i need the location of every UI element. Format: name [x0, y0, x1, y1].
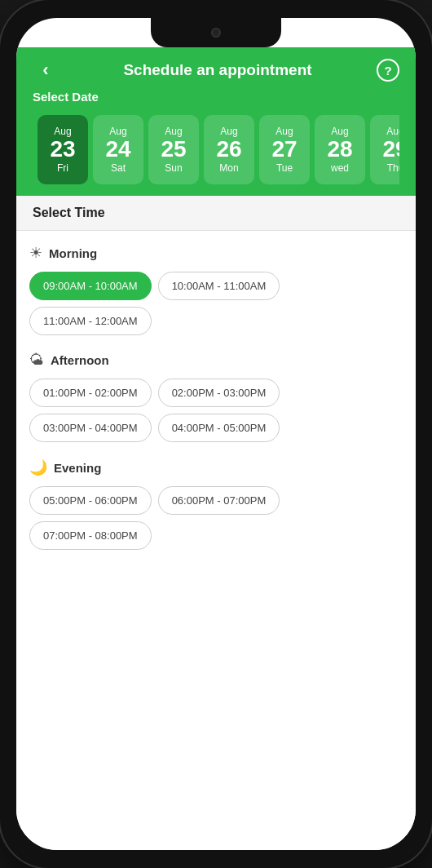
date-scroll[interactable]: Aug 23 Fri Aug 24 Sat Aug 25 Sun Aug 26 … — [33, 115, 399, 196]
time-slot[interactable]: 11:00AM - 12:00AM — [29, 307, 152, 335]
morning-section: ☀ Morning 09:00AM - 10:00AM10:00AM - 11:… — [29, 244, 403, 335]
time-slot[interactable]: 01:00PM - 02:00PM — [29, 379, 152, 407]
afternoon-icon: 🌤 — [29, 352, 44, 369]
date-item[interactable]: Aug 23 Fri — [37, 115, 88, 184]
select-time-bar: Select Time — [16, 196, 416, 231]
date-item[interactable]: Aug 24 Sat — [93, 115, 143, 184]
morning-slots: 09:00AM - 10:00AM10:00AM - 11:00AM11:00A… — [29, 272, 403, 335]
date-day: Thu — [387, 162, 399, 174]
header: ‹ Schedule an appointment ? Select Date … — [16, 47, 416, 196]
date-row: Aug 23 Fri Aug 24 Sat Aug 25 Sun Aug 26 … — [33, 115, 399, 184]
afternoon-section: 🌤 Afternoon 01:00PM - 02:00PM02:00PM - 0… — [29, 352, 403, 442]
date-month: Aug — [109, 126, 126, 137]
date-number: 28 — [327, 137, 352, 162]
page-title: Schedule an appointment — [123, 61, 311, 79]
time-content: ☀ Morning 09:00AM - 10:00AM10:00AM - 11:… — [16, 231, 416, 556]
time-slot[interactable]: 09:00AM - 10:00AM — [29, 272, 152, 300]
afternoon-label: Afternoon — [51, 353, 109, 367]
phone-screen: ‹ Schedule an appointment ? Select Date … — [16, 18, 416, 850]
time-slot[interactable]: 05:00PM - 06:00PM — [29, 486, 152, 515]
date-number: 27 — [271, 137, 297, 162]
morning-label: Morning — [49, 246, 97, 260]
date-number: 29 — [382, 137, 399, 162]
notch — [151, 18, 281, 47]
time-slot[interactable]: 02:00PM - 03:00PM — [158, 379, 280, 407]
date-number: 26 — [216, 137, 241, 162]
bottom-space — [16, 556, 416, 851]
morning-icon: ☀ — [29, 244, 42, 262]
date-day: Mon — [219, 162, 238, 174]
phone-frame: ‹ Schedule an appointment ? Select Date … — [0, 0, 432, 868]
date-day: wed — [331, 162, 349, 174]
evening-icon: 🌙 — [29, 458, 47, 476]
time-slot[interactable]: 07:00PM - 08:00PM — [29, 521, 152, 550]
time-slot[interactable]: 03:00PM - 04:00PM — [29, 414, 152, 442]
date-day: Sat — [111, 162, 126, 174]
evening-section: 🌙 Evening 05:00PM - 06:00PM06:00PM - 07:… — [29, 458, 403, 550]
app-screen: ‹ Schedule an appointment ? Select Date … — [16, 18, 416, 850]
afternoon-header: 🌤 Afternoon — [29, 352, 403, 369]
morning-header: ☀ Morning — [29, 244, 403, 262]
back-button[interactable]: ‹ — [33, 60, 59, 81]
help-button[interactable]: ? — [377, 59, 399, 82]
date-number: 25 — [161, 137, 186, 162]
date-day: Sun — [165, 162, 182, 174]
time-slot[interactable]: 06:00PM - 07:00PM — [158, 486, 280, 515]
afternoon-slots: 01:00PM - 02:00PM02:00PM - 03:00PM03:00P… — [29, 379, 403, 442]
date-month: Aug — [386, 126, 399, 137]
date-day: Fri — [57, 162, 68, 174]
date-month: Aug — [54, 126, 71, 137]
date-number: 23 — [50, 137, 75, 162]
date-item[interactable]: Aug 29 Thu — [370, 115, 399, 184]
date-month: Aug — [276, 126, 293, 137]
date-month: Aug — [331, 126, 348, 137]
date-item[interactable]: Aug 25 Sun — [148, 115, 199, 184]
date-month: Aug — [220, 126, 237, 137]
time-slot[interactable]: 10:00AM - 11:00AM — [158, 272, 280, 300]
camera — [211, 28, 221, 38]
select-time-label: Select Time — [33, 206, 399, 220]
evening-slots: 05:00PM - 06:00PM06:00PM - 07:00PM07:00P… — [29, 486, 403, 550]
evening-header: 🌙 Evening — [29, 458, 403, 476]
date-item[interactable]: Aug 27 Tue — [259, 115, 310, 184]
date-item[interactable]: Aug 26 Mon — [204, 115, 254, 184]
evening-label: Evening — [54, 461, 101, 475]
date-day: Tue — [276, 162, 293, 174]
header-top: ‹ Schedule an appointment ? — [33, 59, 399, 90]
time-slot[interactable]: 04:00PM - 05:00PM — [158, 414, 280, 442]
select-date-label: Select Date — [33, 90, 399, 115]
date-month: Aug — [165, 126, 182, 137]
date-item[interactable]: Aug 28 wed — [315, 115, 365, 184]
date-number: 24 — [105, 137, 130, 162]
